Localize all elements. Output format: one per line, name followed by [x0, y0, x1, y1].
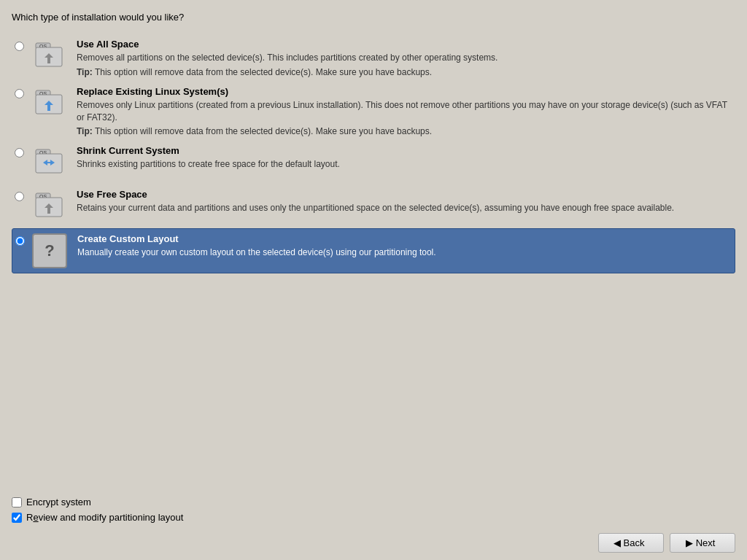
encrypt-checkbox[interactable]	[12, 497, 22, 508]
custom-layout-icon: ?	[32, 233, 67, 268]
review-checkbox[interactable]	[12, 513, 22, 523]
radio-replace-linux[interactable]	[15, 89, 24, 98]
back-arrow-icon: ◀	[614, 537, 621, 548]
options-list: OS Use All Space Removes all partitions …	[12, 34, 735, 273]
main-container: Which type of installation would you lik…	[0, 0, 747, 273]
icon-col-replace-linux: OS	[27, 86, 71, 121]
option-desc-shrink-current: Shrinks existing partitions to create fr…	[77, 158, 732, 171]
option-tip-use-all-space: Tip: This option will remove data from t…	[77, 67, 732, 77]
option-title-replace-linux: Replace Existing Linux System(s)	[77, 86, 732, 97]
radio-col-use-free-space	[15, 189, 24, 201]
option-desc-replace-linux: Removes only Linux partitions (created f…	[77, 99, 732, 124]
shrink-icon: OS	[31, 145, 66, 180]
next-label: Next	[696, 537, 716, 548]
review-label[interactable]: Review and modify partitioning layout	[26, 512, 183, 523]
use-all-space-icon: OS	[31, 39, 66, 74]
option-desc-use-all-space: Removes all partitions on the selected d…	[77, 52, 732, 64]
radio-custom-layout[interactable]	[15, 236, 25, 246]
option-row-custom-layout[interactable]: ? Create Custom Layout Manually create y…	[12, 228, 735, 273]
radio-col-use-all-space	[15, 39, 24, 51]
back-button[interactable]: ◀ Back	[598, 533, 664, 553]
radio-use-free-space[interactable]	[15, 192, 24, 201]
radio-col-replace-linux	[15, 86, 24, 98]
option-row-use-all-space[interactable]: OS Use All Space Removes all partitions …	[12, 34, 735, 82]
icon-col-shrink-current: OS	[27, 145, 71, 180]
bottom-bar: Encrypt system Review and modify partiti…	[0, 489, 747, 560]
option-title-use-all-space: Use All Space	[77, 39, 732, 50]
radio-use-all-space[interactable]	[15, 42, 24, 51]
checkboxes: Encrypt system Review and modify partiti…	[12, 497, 735, 523]
review-row: Review and modify partitioning layout	[12, 512, 735, 523]
back-label: Back	[624, 537, 645, 548]
radio-col-custom-layout	[15, 233, 25, 246]
radio-col-shrink-current	[15, 145, 24, 158]
option-desc-custom-layout: Manually create your own custom layout o…	[77, 246, 732, 259]
encrypt-label[interactable]: Encrypt system	[26, 497, 91, 508]
radio-shrink-current[interactable]	[15, 148, 24, 158]
icon-col-use-free-space: OS	[27, 189, 71, 224]
text-col-replace-linux: Replace Existing Linux System(s) Removes…	[77, 86, 732, 137]
free-space-icon: OS	[31, 189, 66, 224]
replace-linux-icon: OS	[31, 86, 66, 121]
option-row-use-free-space[interactable]: OS Use Free Space Retains your current d…	[12, 184, 735, 228]
option-desc-use-free-space: Retains your current data and partitions…	[77, 202, 732, 214]
next-button[interactable]: ▶ Next	[670, 533, 735, 553]
text-col-use-all-space: Use All Space Removes all partitions on …	[77, 39, 732, 77]
text-col-shrink-current: Shrink Current System Shrinks existing p…	[77, 145, 732, 171]
option-title-use-free-space: Use Free Space	[77, 189, 732, 200]
next-arrow-icon: ▶	[686, 537, 693, 548]
buttons-row: ◀ Back ▶ Next	[12, 533, 735, 553]
option-tip-replace-linux: Tip: This option will remove data from t…	[77, 126, 732, 136]
page-title: Which type of installation would you lik…	[12, 12, 735, 23]
option-title-shrink-current: Shrink Current System	[77, 145, 732, 156]
text-col-use-free-space: Use Free Space Retains your current data…	[77, 189, 732, 214]
option-row-replace-linux[interactable]: OS Replace Existing Linux System(s) Remo…	[12, 82, 735, 141]
text-col-custom-layout: Create Custom Layout Manually create you…	[77, 233, 732, 259]
icon-col-custom-layout: ?	[28, 233, 71, 268]
option-row-shrink-current[interactable]: OS Shrink Current System Shrinks existin…	[12, 141, 735, 184]
icon-col-use-all-space: OS	[27, 39, 71, 74]
option-title-custom-layout: Create Custom Layout	[77, 233, 732, 244]
encrypt-row: Encrypt system	[12, 497, 735, 508]
